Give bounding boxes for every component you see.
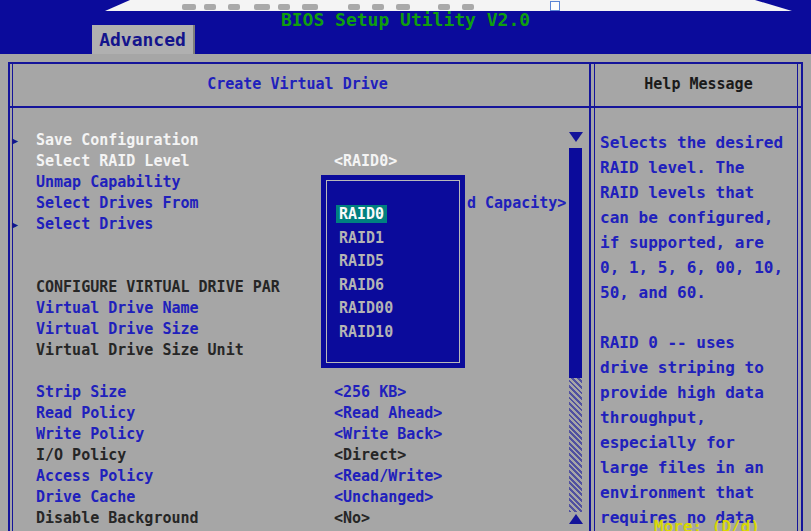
toolbar-button-icon[interactable] (372, 4, 384, 10)
help-text-line: large files in an (600, 455, 800, 480)
raid-option-label: RAID5 (339, 252, 384, 270)
menu-item-read-policy[interactable]: Read Policy<Read Ahead> (0, 403, 566, 424)
menu-item-disable-background[interactable]: Disable Background<No> (0, 508, 566, 529)
raid-option-raid0[interactable]: RAID0 (339, 203, 393, 227)
menu-item-label: Save Configuration (36, 130, 199, 151)
raid-option-raid1[interactable]: RAID1 (339, 227, 393, 251)
help-text-line: if supported, are (600, 230, 800, 255)
help-message-text: Selects the desiredRAID level. TheRAID l… (600, 130, 800, 530)
menu-item-select-drives[interactable]: ▶Select Drives (0, 214, 566, 235)
scrollbar-track[interactable] (569, 378, 582, 512)
menu-item-label: Drive Cache (36, 487, 135, 508)
help-more-indicator: More: (D/d) (654, 517, 760, 531)
toolbar-button-icon[interactable] (396, 4, 410, 10)
menu-item-virtual-drive-size-unit[interactable]: Virtual Drive Size Unit (0, 340, 566, 361)
bios-screen: BIOS Setup Utility V2.0 Advanced Create … (0, 0, 811, 531)
menu-item-virtual-drive-name[interactable]: Virtual Drive Name (0, 298, 566, 319)
raid-option-label: RAID00 (339, 299, 393, 317)
toolbar-button-icon[interactable] (204, 4, 216, 10)
toolbar-button-icon[interactable] (462, 4, 474, 10)
menu-item-value: <RAID0> (334, 151, 397, 172)
menu-item-label: Write Policy (36, 424, 144, 445)
menu-item-drive-cache[interactable]: Drive Cache<Unchanged> (0, 487, 566, 508)
toolbar-button-icon[interactable] (182, 4, 196, 10)
panel-header-separator (8, 106, 803, 108)
help-text-line: Selects the desired (600, 130, 800, 155)
menu-item-value: <Unchanged> (334, 487, 433, 508)
menu-spacer (0, 235, 566, 256)
menu-item-select-raid-level[interactable]: Select RAID Level<RAID0> (0, 151, 566, 172)
menu-item-label: Virtual Drive Size Unit (36, 340, 244, 361)
raid-option-label: RAID10 (339, 323, 393, 341)
scrollbar-down-arrow-icon[interactable] (569, 132, 583, 142)
viewer-toolbar (104, 0, 794, 11)
menu-item-label: Access Policy (36, 466, 153, 487)
toolbar-button-icon[interactable] (228, 4, 240, 10)
menu-spacer (0, 361, 566, 382)
help-text-line: environment that (600, 480, 800, 505)
menu-item-write-policy[interactable]: Write Policy<Write Back> (0, 424, 566, 445)
menu-item-label: Select Drives (36, 214, 153, 235)
raid-level-options: RAID0RAID1RAID5RAID6RAID00RAID10 (339, 203, 393, 344)
help-text-line: 50, and 60. (600, 280, 800, 305)
toolbar-button-icon[interactable] (254, 4, 270, 10)
menu-item-label: Virtual Drive Size (36, 319, 199, 340)
scrollbar-up-arrow-icon[interactable] (569, 514, 583, 524)
raid-option-raid00[interactable]: RAID00 (339, 297, 393, 321)
raid-option-raid6[interactable]: RAID6 (339, 274, 393, 298)
menu-item-label: Disable Background (36, 508, 199, 529)
raid-option-label: RAID6 (339, 276, 384, 294)
raid-option-label: RAID0 (336, 205, 387, 223)
menu-item-label: CONFIGURE VIRTUAL DRIVE PAR (36, 277, 280, 298)
menu-item-access-policy[interactable]: Access Policy<Read/Write> (0, 466, 566, 487)
help-text-line: RAID level. The (600, 155, 800, 180)
scrollbar-thumb[interactable] (569, 148, 582, 378)
help-panel-title: Help Message (596, 62, 801, 106)
menu-item-label: Unmap Capability (36, 172, 181, 193)
help-text-line: provide high data (600, 380, 800, 405)
page-title: Create Virtual Drive (10, 62, 585, 106)
help-text-line: throughput, (600, 405, 800, 430)
menu-item-value: <Read/Write> (334, 466, 442, 487)
menu-item-label: Virtual Drive Name (36, 298, 199, 319)
help-text-line: RAID levels that (600, 180, 800, 205)
menu-item-label: Read Policy (36, 403, 135, 424)
toolbar-button-icon[interactable] (278, 4, 290, 10)
menu-item-save-configuration[interactable]: ▶Save Configuration (0, 130, 566, 151)
help-text-line: can be configured, (600, 205, 800, 230)
menu-item-value: <Write Back> (334, 424, 442, 445)
menu-item-configure-virtual-drive-par[interactable]: CONFIGURE VIRTUAL DRIVE PAR (0, 277, 566, 298)
tab-advanced[interactable]: Advanced (92, 25, 195, 54)
settings-menu: ▶Save ConfigurationSelect RAID Level<RAI… (0, 130, 566, 529)
raid-level-dropdown: RAID0RAID1RAID5RAID6RAID00RAID10 (321, 175, 465, 368)
raid-option-raid5[interactable]: RAID5 (339, 250, 393, 274)
submenu-arrow-icon: ▶ (12, 214, 18, 235)
menu-item-unmap-capability[interactable]: Unmap Capability (0, 172, 566, 193)
panel-divider (589, 62, 595, 531)
toolbar-button-icon[interactable] (348, 4, 360, 10)
raid-option-label: RAID1 (339, 229, 384, 247)
menu-item-i-o-policy[interactable]: I/O Policy<Direct> (0, 445, 566, 466)
help-text-line: drive striping to (600, 355, 800, 380)
menu-item-label: Select RAID Level (36, 151, 190, 172)
toolbar-button-icon[interactable] (438, 4, 450, 10)
menu-item-label: Select Drives From (36, 193, 199, 214)
menu-item-value: <Direct> (334, 445, 406, 466)
menu-spacer (0, 256, 566, 277)
help-text-line: 0, 1, 5, 6, 00, 10, (600, 255, 800, 280)
raid-option-raid10[interactable]: RAID10 (339, 321, 393, 345)
menu-item-virtual-drive-size[interactable]: Virtual Drive Size (0, 319, 566, 340)
menu-item-select-drives-from[interactable]: Select Drives Fromd Capacity> (0, 193, 566, 214)
help-text-line: especially for (600, 430, 800, 455)
menu-item-label: I/O Policy (36, 445, 126, 466)
submenu-arrow-icon: ▶ (12, 130, 18, 151)
menu-item-strip-size[interactable]: Strip Size<256 KB> (0, 382, 566, 403)
help-text-line: RAID 0 -- uses (600, 330, 800, 355)
menu-item-value: <256 KB> (334, 382, 406, 403)
help-blank-line (600, 305, 800, 330)
menu-item-value: <Read Ahead> (334, 403, 442, 424)
menu-item-value-partial: d Capacity> (467, 193, 566, 214)
menu-item-value: <No> (334, 508, 370, 529)
toolbar-checkbox-icon[interactable] (550, 1, 560, 11)
toolbar-button-icon[interactable] (302, 4, 318, 10)
